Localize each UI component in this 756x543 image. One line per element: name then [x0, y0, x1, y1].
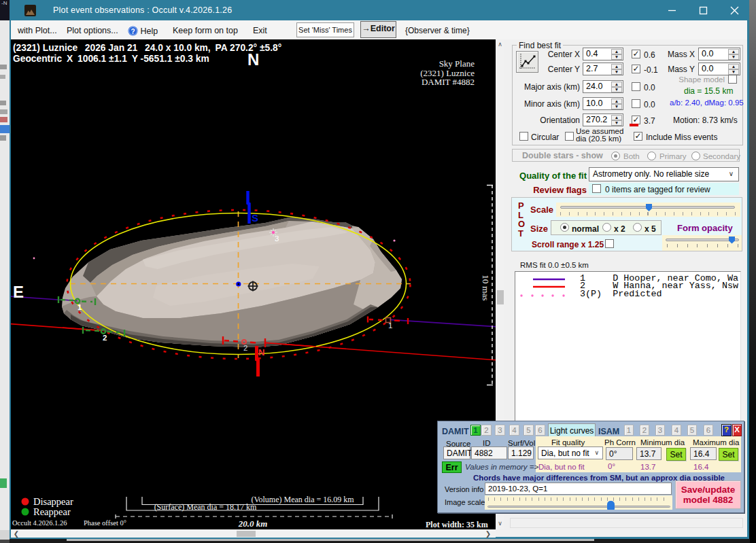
- svg-text:S: S: [252, 212, 258, 224]
- svg-text:10 mas: 10 mas: [481, 275, 491, 301]
- svg-text:N: N: [258, 347, 264, 357]
- svg-text:Occult 4.2026.1.26: Occult 4.2026.1.26: [12, 519, 67, 527]
- svg-text:2: 2: [243, 344, 247, 352]
- svg-text:3: 3: [275, 234, 279, 243]
- svg-text:?: ?: [131, 28, 135, 35]
- svg-text:Reappear: Reappear: [33, 506, 71, 517]
- svg-text:1: 1: [78, 303, 82, 311]
- svg-text:(2321) Luznice 2026 Jan 21 2: (2321) Luznice 2026 Jan 21 24.0 x 10.0 k…: [13, 43, 281, 53]
- svg-text:2: 2: [103, 334, 107, 342]
- svg-text:E: E: [13, 283, 24, 301]
- svg-text:(Surface) Mean dia = 18.17 km: (Surface) Mean dia = 18.17 km: [154, 502, 257, 512]
- svg-text:Plot width: 35 km: Plot width: 35 km: [426, 520, 488, 529]
- svg-text:Phase offset 0°: Phase offset 0°: [84, 519, 126, 527]
- svg-text:Geocentric X 1006.1 ±1.1 Y -56: Geocentric X 1006.1 ±1.1 Y -5651.1 ±0.3 …: [13, 54, 209, 64]
- svg-text:20.0 km: 20.0 km: [238, 519, 268, 529]
- svg-text:Disappear: Disappear: [33, 496, 73, 507]
- svg-text:N: N: [247, 50, 259, 69]
- svg-text:DAMIT #4882: DAMIT #4882: [422, 77, 475, 87]
- svg-text:1: 1: [388, 321, 392, 330]
- svg-text:(Volume) Mean dia = 16.09 km: (Volume) Mean dia = 16.09 km: [251, 495, 354, 504]
